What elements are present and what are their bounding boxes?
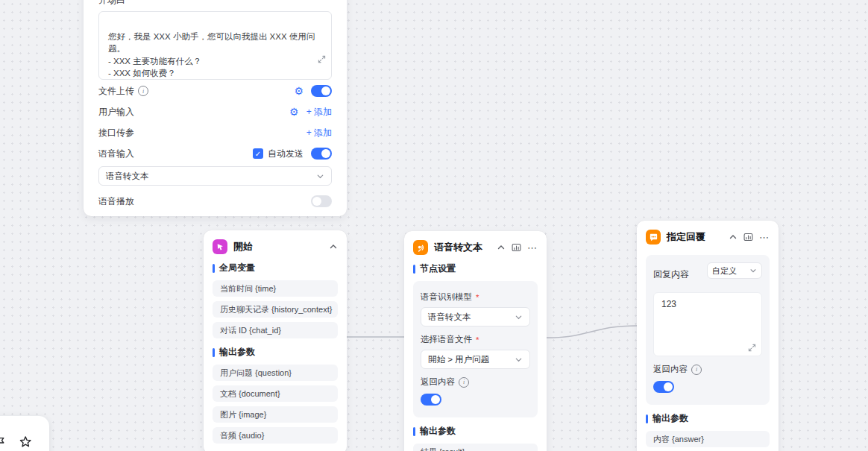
file-upload-label: 文件上传 (98, 85, 134, 98)
voice-playback-label: 语音播放 (98, 195, 134, 208)
return-content-label: 返回内容i (421, 376, 530, 388)
required-mark: * (476, 293, 479, 302)
node-specified-reply[interactable]: 指定回覆 ⋯ 回复内容 自定义 123 返回内容i 输出参数 内容 {answe (637, 221, 779, 451)
api-params-row: 接口传参 + 添加 (98, 123, 332, 142)
chat-settings-panel: 开场白 您好，我是 XXX 小助手，您可以向我提出 XXX 使用问题。 - XX… (84, 0, 347, 216)
reply-content-label: 回复内容 (653, 268, 707, 281)
node-title: 语音转文本 (434, 241, 491, 254)
output-chip: 文档 {document} (213, 385, 338, 402)
output-chip: 内容 {answer} (646, 431, 770, 447)
more-menu-icon[interactable]: ⋯ (527, 243, 538, 253)
opening-message-text: 您好，我是 XXX 小助手，您可以向我提出 XXX 使用问题。 - XXX 主要… (108, 32, 315, 81)
voice-model-value: 语音转文本 (106, 171, 316, 182)
speech-to-text-node-icon (413, 240, 428, 255)
edge-stt-to-reply (547, 326, 637, 338)
collapse-chevron-icon[interactable] (729, 233, 738, 242)
var-chip: 对话 ID {chat_id} (213, 322, 338, 338)
file-upload-row: 文件上传i ⚙ (98, 81, 332, 101)
voice-input-label: 语音输入 (98, 148, 134, 160)
output-chip: 音频 {audio} (213, 427, 338, 444)
output-chip: 结果 {result} (413, 444, 538, 451)
section-outputs: 输出参数 (646, 412, 770, 425)
expand-icon[interactable] (318, 42, 326, 75)
stt-settings-panel: 语音识别模型* 语音转文本 选择语音文件* 開始 > 用户问题 返回内容i (413, 281, 538, 417)
star-tool-icon[interactable] (19, 435, 32, 449)
node-stt-header: 语音转文本 ⋯ (413, 240, 538, 255)
add-api-param-link[interactable]: + 添加 (306, 127, 332, 139)
reply-node-icon (646, 230, 661, 245)
opening-message-textarea[interactable]: 您好，我是 XXX 小助手，您可以向我提出 XXX 使用问题。 - XXX 主要… (98, 11, 332, 80)
voice-file-select[interactable]: 開始 > 用户问题 (421, 350, 530, 369)
return-content-label: 返回内容i (653, 364, 762, 375)
return-content-toggle[interactable] (421, 394, 441, 406)
voice-model-select[interactable]: 语音转文本 (98, 166, 332, 186)
section-node-settings: 节点设置 (413, 262, 538, 275)
node-title: 開始 (233, 240, 323, 253)
canvas-toolbar (0, 416, 49, 451)
debug-log-icon[interactable] (511, 242, 522, 253)
voice-input-toggle[interactable] (311, 148, 332, 160)
api-params-label: 接口传参 (98, 127, 134, 139)
section-outputs: 输出参数 (213, 346, 338, 359)
chevron-down-icon (316, 172, 324, 180)
collapse-chevron-icon[interactable] (497, 243, 506, 252)
info-icon: i (691, 365, 702, 375)
info-icon: i (138, 86, 148, 96)
chevron-down-icon (749, 267, 757, 274)
chevron-down-icon (515, 313, 523, 321)
reply-settings-panel: 回复内容 自定义 123 返回内容i (646, 255, 770, 405)
auto-send-checkbox[interactable]: ✓ (253, 148, 263, 159)
section-global-vars: 全局变量 (213, 262, 338, 274)
collapse-chevron-icon[interactable] (329, 242, 338, 251)
output-chip: 图片 {image} (213, 406, 338, 423)
stt-model-select[interactable]: 语音转文本 (421, 307, 530, 327)
opening-message-label: 开场白 (98, 0, 332, 7)
gear-icon[interactable]: ⚙ (289, 107, 299, 117)
node-reply-header: 指定回覆 ⋯ (646, 230, 770, 245)
voice-playback-row: 语音播放 (98, 192, 332, 211)
output-chip: 用户问题 {question} (213, 365, 338, 381)
voice-input-row: 语音输入 ✓ 自动发送 (98, 144, 332, 163)
voice-file-label: 选择语音文件* (421, 334, 530, 345)
required-mark: * (476, 335, 479, 344)
start-node-icon (213, 239, 227, 254)
node-speech-to-text[interactable]: 语音转文本 ⋯ 节点设置 语音识别模型* 语音转文本 选择语音文件* 開始 > … (404, 231, 547, 451)
flag-tool-icon[interactable] (0, 436, 7, 449)
user-input-row: 用户输入 ⚙ + 添加 (98, 102, 332, 122)
info-icon: i (459, 377, 469, 388)
node-title: 指定回覆 (667, 230, 723, 244)
var-chip: 历史聊天记录 {history_context} (213, 301, 338, 318)
file-upload-toggle[interactable] (311, 85, 332, 97)
gear-icon[interactable]: ⚙ (294, 86, 304, 96)
add-user-input-link[interactable]: + 添加 (306, 106, 332, 119)
reply-content-text: 123 (661, 299, 676, 309)
node-start-header: 開始 (213, 239, 338, 254)
reply-mode-select[interactable]: 自定义 (707, 262, 762, 279)
debug-log-icon[interactable] (743, 232, 754, 242)
var-chip: 当前时间 {time} (213, 280, 338, 297)
expand-icon[interactable] (748, 344, 756, 352)
node-start[interactable]: 開始 全局变量 当前时间 {time} 历史聊天记录 {history_cont… (204, 230, 347, 451)
user-input-label: 用户输入 (98, 106, 134, 119)
model-label: 语音识别模型* (421, 291, 530, 303)
return-content-toggle[interactable] (653, 381, 674, 393)
more-menu-icon[interactable]: ⋯ (759, 233, 770, 242)
chevron-down-icon (515, 356, 523, 364)
section-outputs: 输出参数 (413, 425, 538, 438)
auto-send-label: 自动发送 (268, 148, 304, 160)
reply-content-textarea[interactable]: 123 (653, 292, 762, 356)
voice-playback-toggle[interactable] (311, 195, 332, 207)
